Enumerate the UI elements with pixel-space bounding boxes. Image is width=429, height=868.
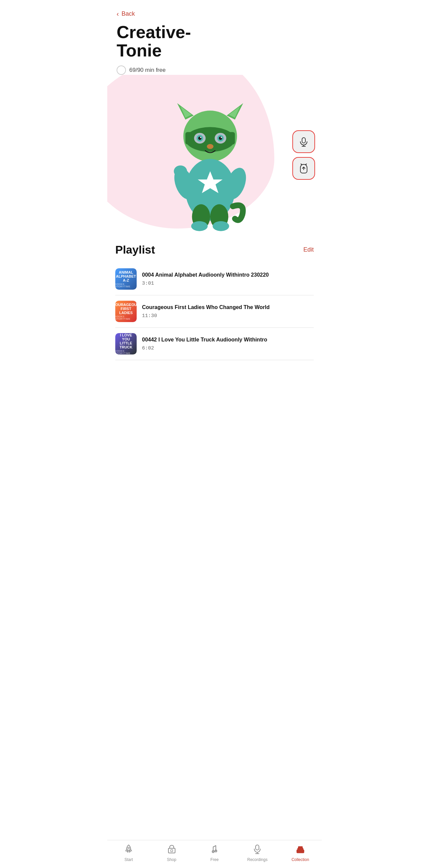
hero-section bbox=[107, 75, 322, 235]
svg-point-23 bbox=[191, 221, 208, 231]
playlist-item[interactable]: I LOVEYOULITTLETRUCK vooks storytime 004… bbox=[115, 328, 314, 360]
back-chevron-icon: ‹ bbox=[117, 10, 119, 18]
item-title: 00442 I Love You Little Truck Audioonly … bbox=[142, 336, 314, 343]
item-title: 0004 Animal Alphabet Audioonly Withintro… bbox=[142, 272, 314, 279]
item-thumbnail: COURAGEOUSFIRSTLADIES vooks storytime bbox=[115, 301, 136, 322]
item-info: 00442 I Love You Little Truck Audioonly … bbox=[142, 336, 314, 351]
upload-tonie-button[interactable] bbox=[293, 157, 315, 180]
playlist-header: Playlist Edit bbox=[115, 243, 314, 256]
time-indicator: 69/90 min free bbox=[117, 65, 312, 75]
item-thumbnail: ANIMALALPHABETA-Z vooks storytime bbox=[115, 268, 136, 290]
page-title: Creative- Tonie bbox=[117, 23, 312, 59]
record-button[interactable] bbox=[293, 130, 315, 153]
item-duration: 3:01 bbox=[142, 281, 314, 286]
item-title: Courageous First Ladies Who Changed The … bbox=[142, 304, 314, 311]
playlist-item[interactable]: ANIMALALPHABETA-Z vooks storytime 0004 A… bbox=[115, 263, 314, 296]
svg-point-20 bbox=[174, 165, 187, 177]
tonie-figure bbox=[167, 95, 253, 235]
edit-button[interactable]: Edit bbox=[303, 246, 314, 253]
playlist-item[interactable]: COURAGEOUSFIRSTLADIES vooks storytime Co… bbox=[115, 296, 314, 328]
svg-point-15 bbox=[207, 144, 214, 149]
action-buttons-group bbox=[293, 130, 315, 180]
back-label: Back bbox=[122, 10, 135, 18]
time-free-label: 69/90 min free bbox=[129, 67, 166, 73]
playlist-section: Playlist Edit ANIMALALPHABETA-Z vooks st… bbox=[107, 235, 322, 394]
item-duration: 6:02 bbox=[142, 345, 314, 351]
item-thumbnail: I LOVEYOULITTLETRUCK vooks storytime bbox=[115, 333, 136, 354]
svg-rect-6 bbox=[185, 132, 235, 144]
playlist-title: Playlist bbox=[115, 243, 155, 256]
item-info: Courageous First Ladies Who Changed The … bbox=[142, 304, 314, 319]
svg-point-24 bbox=[213, 221, 229, 231]
item-duration: 11:30 bbox=[142, 313, 314, 319]
progress-circle bbox=[117, 65, 126, 75]
svg-point-13 bbox=[200, 137, 202, 138]
back-button[interactable]: ‹ Back bbox=[117, 10, 135, 18]
item-info: 0004 Animal Alphabet Audioonly Withintro… bbox=[142, 272, 314, 286]
svg-point-14 bbox=[221, 137, 222, 138]
svg-rect-25 bbox=[302, 138, 305, 143]
